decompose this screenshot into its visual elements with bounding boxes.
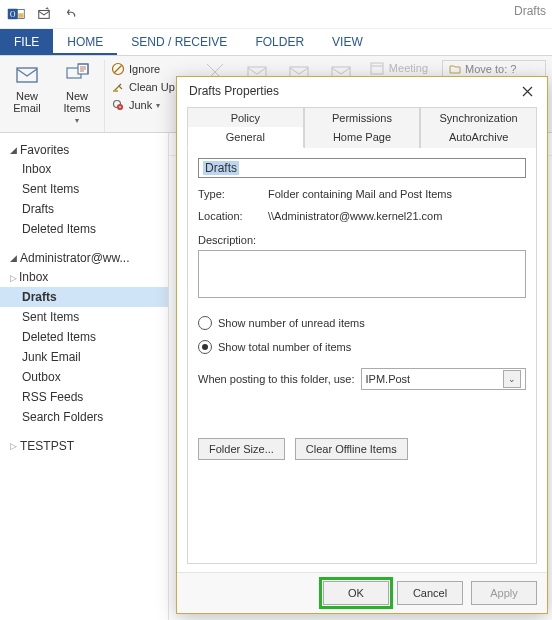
dropdown-icon: ▾ [75, 116, 79, 125]
quick-access-toolbar: O [6, 4, 82, 24]
svg-rect-9 [113, 90, 118, 92]
clear-offline-button[interactable]: Clear Offline Items [295, 438, 408, 460]
title-bar: O Drafts [0, 0, 552, 29]
testpst-header[interactable]: ▷TESTPST [0, 437, 168, 455]
junk-label: Junk [129, 99, 152, 111]
location-label: Location: [198, 210, 260, 222]
tab-send-receive[interactable]: SEND / RECEIVE [117, 29, 241, 55]
dialog-footer: OK Cancel Apply [177, 572, 547, 613]
dialog-tabs: Policy Permissions Synchronization Gener… [187, 107, 537, 148]
description-label: Description: [198, 234, 260, 246]
folder-size-button[interactable]: Folder Size... [198, 438, 285, 460]
folder-name-input[interactable]: Drafts [198, 158, 526, 178]
nav-rss[interactable]: RSS Feeds [0, 387, 168, 407]
move-to-label: Move to: ? [465, 63, 516, 75]
cancel-button[interactable]: Cancel [397, 581, 463, 605]
favorites-header[interactable]: ◢Favorites [0, 141, 168, 159]
svg-rect-15 [371, 63, 383, 74]
tab-folder[interactable]: FOLDER [241, 29, 318, 55]
junk-button[interactable]: Junk ▾ [111, 98, 183, 112]
radio-total-items[interactable]: Show total number of items [198, 340, 526, 354]
tab-view[interactable]: VIEW [318, 29, 377, 55]
type-label: Type: [198, 188, 260, 200]
nav-outbox[interactable]: Outbox [0, 367, 168, 387]
ignore-label: Ignore [129, 63, 160, 75]
svg-rect-3 [18, 13, 23, 18]
svg-rect-5 [17, 68, 37, 82]
nav-inbox[interactable]: ▷Inbox [0, 267, 168, 287]
tab-synchronization[interactable]: Synchronization [420, 107, 537, 128]
post-label: When posting to this folder, use: [198, 373, 355, 385]
cleanup-label: Clean Up [129, 81, 175, 93]
nav-junk[interactable]: Junk Email [0, 347, 168, 367]
meeting-button: Meeting [369, 60, 428, 76]
dialog-title-text: Drafts Properties [189, 84, 279, 98]
tab-home-page[interactable]: Home Page [304, 127, 421, 148]
nav-search-folders[interactable]: Search Folders [0, 407, 168, 427]
apply-button[interactable]: Apply [471, 581, 537, 605]
tab-autoarchive[interactable]: AutoArchive [420, 127, 537, 148]
new-email-label: New Email [13, 90, 41, 114]
ribbon-group-new: New Email New Items ▾ [6, 60, 105, 132]
dropdown-icon: ▾ [156, 101, 160, 110]
tab-permissions[interactable]: Permissions [304, 107, 421, 128]
outlook-icon: O [6, 4, 26, 24]
nav-drafts[interactable]: Drafts [0, 287, 168, 307]
close-button[interactable] [515, 81, 539, 101]
nav-deleted[interactable]: Deleted Items [0, 327, 168, 347]
undo-icon[interactable] [62, 4, 82, 24]
type-value: Folder containing Mail and Post Items [268, 188, 452, 200]
new-email-button[interactable]: New Email [6, 60, 48, 114]
navigation-pane: ◢Favorites Inbox Sent Items Drafts Delet… [0, 133, 169, 620]
window-title: Drafts [514, 4, 546, 18]
nav-favorites-drafts[interactable]: Drafts [0, 199, 168, 219]
send-receive-all-icon[interactable] [34, 4, 54, 24]
new-items-button[interactable]: New Items ▾ [56, 60, 98, 125]
nav-sent[interactable]: Sent Items [0, 307, 168, 327]
radio-unread-items[interactable]: Show number of unread items [198, 316, 526, 330]
ok-button[interactable]: OK [323, 581, 389, 605]
nav-favorites-deleted[interactable]: Deleted Items [0, 219, 168, 239]
chevron-down-icon: ⌄ [503, 370, 521, 388]
ignore-button[interactable]: Ignore [111, 62, 183, 76]
nav-favorites-sent[interactable]: Sent Items [0, 179, 168, 199]
dialog-titlebar: Drafts Properties [177, 77, 547, 105]
location-value: \\Administrator@www.kernel21.com [268, 210, 442, 222]
new-items-icon [63, 60, 91, 88]
post-form-select[interactable]: IPM.Post ⌄ [361, 368, 526, 390]
tab-file[interactable]: FILE [0, 29, 53, 55]
meeting-label: Meeting [389, 62, 428, 74]
drafts-properties-dialog: Drafts Properties Policy Permissions Syn… [176, 76, 548, 614]
post-form-value: IPM.Post [366, 373, 411, 385]
radio-icon [198, 340, 212, 354]
ribbon-tabs: FILE HOME SEND / RECEIVE FOLDER VIEW [0, 29, 552, 56]
description-input[interactable] [198, 250, 526, 298]
svg-text:O: O [10, 10, 16, 19]
general-tab-page: Drafts Type:Folder containing Mail and P… [187, 148, 537, 564]
radio-icon [198, 316, 212, 330]
account-header[interactable]: ◢Administrator@ww... [0, 249, 168, 267]
cleanup-button[interactable]: Clean Up ▾ [111, 80, 183, 94]
tab-home[interactable]: HOME [53, 29, 117, 55]
tab-general[interactable]: General [187, 127, 304, 148]
new-items-label: New Items [64, 90, 91, 114]
new-email-icon [13, 60, 41, 88]
nav-favorites-inbox[interactable]: Inbox [0, 159, 168, 179]
tab-policy[interactable]: Policy [187, 107, 304, 128]
